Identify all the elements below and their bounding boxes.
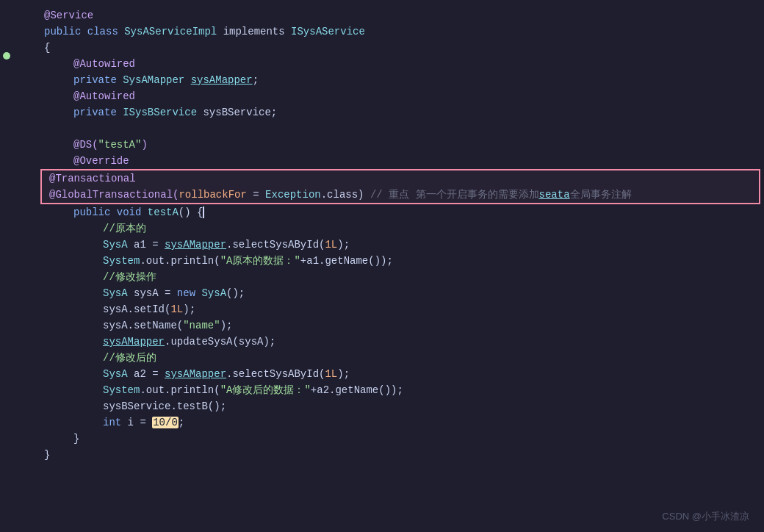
string-a-after: "A修改后的数据：" [220,384,311,396]
code-line: } [0,447,764,463]
comment-modify: //修改操作 [103,271,156,283]
annotation: @Autowired [73,90,135,102]
semicolon: ); [337,239,350,251]
equals: = [247,189,265,201]
watermark: CSDN @小手冰渣凉 [662,510,749,523]
code-line: } [0,431,764,447]
system-class: System [103,255,140,267]
field-name: sysBService; [203,107,277,118]
keyword-private: private [73,107,123,118]
line-content: SysA a1 = sysAMapper.selectSysAById(1L); [37,237,764,253]
line-content: SysA a2 = sysAMapper.selectSysAById(1L); [37,366,764,382]
select-call2: .selectSysAById( [226,368,325,380]
code-line: public void testA() { [0,204,764,220]
annotation: @Override [73,155,129,167]
exception-class: Exception [265,189,321,201]
code-line [0,121,764,137]
line-content: System.out.println("A原本的数据："+a1.getName(… [37,253,764,269]
interface-name: ISysAService [291,26,365,37]
number-1l-2: 1L [170,303,183,315]
comment-text2: 全局事务注解 [570,189,632,201]
line-content: public void testA() { [37,204,764,220]
mapper-link2: sysAMapper [103,336,165,348]
code-line: @Service [0,7,764,24]
code-line: @GlobalTransactional(rollbackFor = Excep… [42,187,759,203]
code-line: //修改后的 [0,350,764,366]
semicolon: ; [253,74,259,86]
code-text: implements [223,26,291,37]
comment-text: // 重点 第一个开启事务的需要添加 [370,189,539,201]
type-sysa3: SysA [103,368,134,380]
code-line: sysAMapper.updateSysA(sysA); [0,334,764,350]
line-content: @DS("testA") [37,137,764,153]
semicolon: ); [220,320,233,331]
string-name: "name" [183,320,220,331]
var-a1: a1 = [134,239,165,251]
out-println: .out.println( [140,255,220,267]
annotation: ) [141,139,147,151]
string-a-orig: "A原本的数据：" [220,255,300,267]
seata-link: seata [539,189,570,201]
code-line: @Transactional [42,170,759,187]
line-content: sysA.setId(1L); [37,301,764,317]
sysb-call: sysBService.testB(); [103,400,226,412]
type-sysa: SysA [103,239,134,251]
semicolon: ); [183,303,195,315]
annotation: @Autowired [73,58,135,70]
line-content: private SysAMapper sysAMapper; [37,72,764,88]
line-content: @Autowired [37,88,764,104]
code-line: System.out.println("A修改后的数据："+a2.getName… [0,382,764,398]
code-line: sysA.setName("name"); [0,317,764,334]
code-line: //原本的 [0,220,764,237]
annotation-global: @GlobalTransactional( [49,189,179,201]
code-line: SysA a2 = sysAMapper.selectSysAById(1L); [0,366,764,382]
comment-original: //原本的 [103,223,146,234]
semicolon: ); [337,368,350,380]
brace-close: } [73,433,79,445]
line-content: @Autowired [37,56,764,72]
system-class2: System [103,384,140,396]
line-content: sysAMapper.updateSysA(sysA); [37,334,764,350]
line-content: public class SysAServiceImpl implements … [37,24,764,40]
code-line: sysA.setId(1L); [0,301,764,317]
code-line: public class SysAServiceImpl implements … [0,24,764,40]
method-call: .selectSysAById( [226,239,325,251]
class-name: SysAServiceImpl [124,26,223,37]
line-content: int i = 10/0; [37,414,764,431]
param-name: rollbackFor [179,189,246,201]
brace: { [44,42,50,54]
bookmark-indicator [3,52,10,60]
method-name: testA [148,206,179,218]
line-content: { [37,40,764,56]
line-content: } [37,447,764,463]
code-line: { [0,40,764,56]
code-line: @Autowired [0,88,764,104]
keyword-public: public void [73,206,148,218]
string-value: "testA" [98,139,142,151]
out-println2: .out.println( [140,384,220,396]
code-line: SysA a1 = sysAMapper.selectSysAById(1L); [0,237,764,253]
division-highlight: 10/0 [152,417,179,428]
setid-call: sysA.setId( [103,303,170,315]
brace-class-close: } [44,449,50,461]
line-content: System.out.println("A修改后的数据："+a2.getName… [37,382,764,398]
setname-call: sysA.setName( [103,320,183,331]
field-link: sysAMapper [191,74,253,86]
code-line: SysA sysA = new SysA(); [0,285,764,301]
code-line: @DS("testA") [0,137,764,153]
line-content: //原本的 [37,220,764,237]
line-content: } [37,431,764,447]
annotation: @DS( [73,139,98,151]
keyword-private: private [73,74,123,86]
text-cursor [203,206,204,218]
line-content: sysBService.testB(); [37,398,764,414]
comment-after: //修改后的 [103,352,156,364]
code-line: @Override [0,153,764,169]
type-name: ISysBService [123,107,203,118]
code-line: sysBService.testB(); [0,398,764,414]
annotation: @Service [44,10,93,21]
method-parens: () { [179,206,203,218]
concat2: +a2.getName()); [311,384,403,396]
var-i: i = [128,417,153,428]
keyword-int: int [103,417,128,428]
